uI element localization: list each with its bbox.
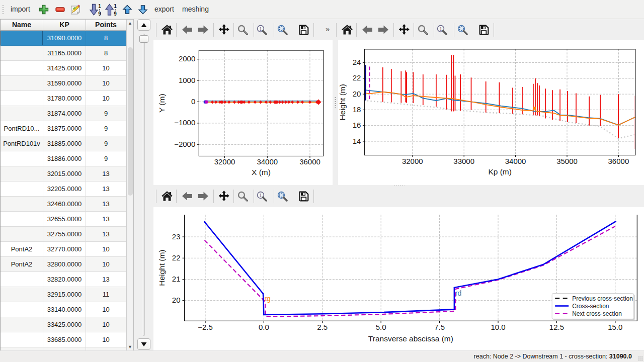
svg-text:34000: 34000 xyxy=(257,157,278,166)
svg-text:9: 9 xyxy=(98,11,101,16)
svg-text:20: 20 xyxy=(353,89,361,98)
svg-text:18: 18 xyxy=(353,105,361,114)
svg-text:Height (m): Height (m) xyxy=(157,250,166,286)
svg-text:15.0: 15.0 xyxy=(608,323,622,331)
svg-text:35000: 35000 xyxy=(556,157,578,165)
svg-text:23: 23 xyxy=(172,232,181,241)
svg-text:1: 1 xyxy=(98,4,101,9)
svg-text:22: 22 xyxy=(172,253,181,262)
svg-text:10.0: 10.0 xyxy=(491,323,505,331)
svg-text:−1000: −1000 xyxy=(174,118,195,127)
svg-text:5.0: 5.0 xyxy=(376,323,386,331)
svg-text:Transverse abscissa (m): Transverse abscissa (m) xyxy=(368,334,453,343)
svg-text:32000: 32000 xyxy=(214,157,235,166)
svg-text:1: 1 xyxy=(114,4,117,9)
svg-text:Kp (m): Kp (m) xyxy=(488,167,512,176)
svg-text:rg: rg xyxy=(264,295,270,303)
svg-text:9: 9 xyxy=(114,11,117,16)
svg-text:Height (m): Height (m) xyxy=(338,84,347,120)
svg-text:12.5: 12.5 xyxy=(549,323,564,331)
svg-text:0: 0 xyxy=(191,97,195,106)
svg-text:X (m): X (m) xyxy=(252,168,271,176)
svg-text:0.0: 0.0 xyxy=(259,323,269,331)
svg-text:20: 20 xyxy=(172,296,181,304)
svg-text:Y (m): Y (m) xyxy=(157,94,166,113)
svg-text:2000: 2000 xyxy=(179,54,195,63)
svg-text:Cross-section: Cross-section xyxy=(572,303,609,310)
svg-text:34000: 34000 xyxy=(505,157,526,165)
svg-text:rd: rd xyxy=(455,289,461,297)
svg-text:14: 14 xyxy=(353,137,361,145)
svg-text:33000: 33000 xyxy=(453,157,474,165)
svg-text:−2.5: −2.5 xyxy=(198,323,213,331)
svg-text:2.5: 2.5 xyxy=(317,323,328,331)
svg-text:32000: 32000 xyxy=(402,157,423,165)
svg-text:22: 22 xyxy=(353,73,361,82)
svg-text:36000: 36000 xyxy=(608,157,629,165)
svg-text:Next cross-section: Next cross-section xyxy=(572,310,622,317)
svg-text:21: 21 xyxy=(172,275,181,283)
svg-text:1000: 1000 xyxy=(179,76,195,84)
svg-text:24: 24 xyxy=(353,58,361,66)
svg-text:7.5: 7.5 xyxy=(434,323,445,331)
svg-text:Previous cross-section: Previous cross-section xyxy=(572,295,633,302)
svg-text:−2000: −2000 xyxy=(174,140,195,148)
svg-text:16: 16 xyxy=(353,121,361,129)
svg-text:36000: 36000 xyxy=(299,157,320,166)
